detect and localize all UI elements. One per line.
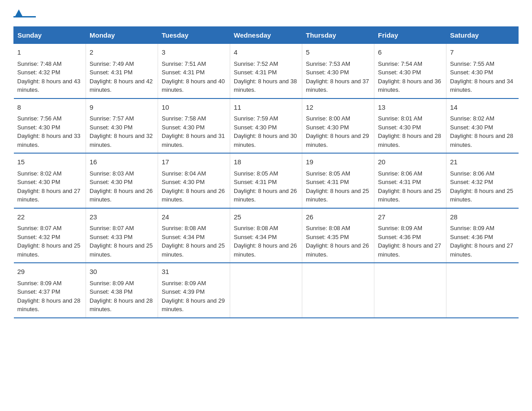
day-number: 21 (450, 157, 515, 167)
day-number: 10 (162, 103, 226, 113)
day-info: Sunrise: 8:06 AMSunset: 4:32 PMDaylight:… (450, 170, 513, 203)
table-row: 8Sunrise: 7:56 AMSunset: 4:30 PMDaylight… (14, 98, 86, 154)
table-row (230, 263, 302, 318)
table-row: 27Sunrise: 8:09 AMSunset: 4:36 PMDayligh… (374, 208, 446, 263)
day-number: 18 (234, 157, 298, 167)
table-row: 13Sunrise: 8:01 AMSunset: 4:30 PMDayligh… (374, 98, 446, 154)
col-thursday: Thursday (302, 27, 374, 44)
day-info: Sunrise: 8:00 AMSunset: 4:30 PMDaylight:… (306, 115, 369, 148)
table-row: 31Sunrise: 8:09 AMSunset: 4:39 PMDayligh… (158, 263, 230, 318)
day-number: 7 (450, 47, 515, 58)
day-info: Sunrise: 7:48 AMSunset: 4:32 PMDaylight:… (17, 60, 81, 94)
col-wednesday: Wednesday (230, 27, 302, 44)
day-number: 13 (378, 103, 442, 113)
day-info: Sunrise: 7:56 AMSunset: 4:30 PMDaylight:… (17, 115, 81, 148)
day-number: 12 (306, 103, 370, 113)
day-number: 31 (162, 267, 226, 277)
page-header (13, 9, 519, 17)
col-monday: Monday (86, 27, 158, 44)
day-number: 22 (17, 212, 82, 223)
table-row: 7Sunrise: 7:55 AMSunset: 4:30 PMDaylight… (446, 44, 519, 98)
day-info: Sunrise: 7:59 AMSunset: 4:30 PMDaylight:… (234, 115, 297, 148)
day-info: Sunrise: 7:49 AMSunset: 4:31 PMDaylight:… (90, 60, 153, 94)
day-info: Sunrise: 8:09 AMSunset: 4:39 PMDaylight:… (162, 280, 225, 313)
table-row: 23Sunrise: 8:07 AMSunset: 4:33 PMDayligh… (86, 208, 158, 263)
day-info: Sunrise: 7:52 AMSunset: 4:31 PMDaylight:… (234, 60, 297, 94)
table-row (302, 263, 374, 318)
day-info: Sunrise: 8:07 AMSunset: 4:32 PMDaylight:… (17, 225, 81, 258)
col-tuesday: Tuesday (158, 27, 230, 44)
day-number: 1 (17, 47, 82, 58)
table-row: 28Sunrise: 8:09 AMSunset: 4:36 PMDayligh… (446, 208, 519, 263)
day-number: 27 (378, 212, 442, 223)
table-row: 16Sunrise: 8:03 AMSunset: 4:30 PMDayligh… (86, 153, 158, 208)
day-info: Sunrise: 8:04 AMSunset: 4:30 PMDaylight:… (162, 170, 225, 203)
day-info: Sunrise: 8:08 AMSunset: 4:35 PMDaylight:… (306, 225, 369, 258)
logo (13, 9, 37, 17)
calendar-table: Sunday Monday Tuesday Wednesday Thursday… (13, 26, 519, 318)
day-number: 4 (234, 47, 298, 58)
col-sunday: Sunday (14, 27, 86, 44)
table-row: 11Sunrise: 7:59 AMSunset: 4:30 PMDayligh… (230, 98, 302, 154)
table-row: 20Sunrise: 8:06 AMSunset: 4:31 PMDayligh… (374, 153, 446, 208)
table-row: 9Sunrise: 7:57 AMSunset: 4:30 PMDaylight… (86, 98, 158, 154)
day-number: 16 (90, 157, 154, 167)
day-number: 23 (90, 212, 154, 223)
calendar-week-4: 22Sunrise: 8:07 AMSunset: 4:32 PMDayligh… (14, 208, 519, 263)
day-number: 11 (234, 103, 298, 113)
day-info: Sunrise: 8:09 AMSunset: 4:36 PMDaylight:… (378, 225, 441, 258)
col-saturday: Saturday (446, 27, 519, 44)
day-number: 24 (162, 212, 226, 223)
table-row: 26Sunrise: 8:08 AMSunset: 4:35 PMDayligh… (302, 208, 374, 263)
day-info: Sunrise: 7:53 AMSunset: 4:30 PMDaylight:… (306, 60, 369, 94)
day-info: Sunrise: 7:54 AMSunset: 4:30 PMDaylight:… (378, 60, 441, 94)
day-number: 3 (162, 47, 226, 58)
table-row: 22Sunrise: 8:07 AMSunset: 4:32 PMDayligh… (14, 208, 86, 263)
day-info: Sunrise: 8:01 AMSunset: 4:30 PMDaylight:… (378, 115, 441, 148)
table-row: 5Sunrise: 7:53 AMSunset: 4:30 PMDaylight… (302, 44, 374, 98)
table-row: 29Sunrise: 8:09 AMSunset: 4:37 PMDayligh… (14, 263, 86, 318)
day-number: 6 (378, 47, 442, 58)
table-row: 30Sunrise: 8:09 AMSunset: 4:38 PMDayligh… (86, 263, 158, 318)
day-info: Sunrise: 7:51 AMSunset: 4:31 PMDaylight:… (162, 60, 225, 94)
day-number: 26 (306, 212, 370, 223)
day-info: Sunrise: 8:09 AMSunset: 4:36 PMDaylight:… (450, 225, 513, 258)
table-row: 19Sunrise: 8:05 AMSunset: 4:31 PMDayligh… (302, 153, 374, 208)
table-row: 21Sunrise: 8:06 AMSunset: 4:32 PMDayligh… (446, 153, 519, 208)
calendar-week-5: 29Sunrise: 8:09 AMSunset: 4:37 PMDayligh… (14, 263, 519, 318)
day-number: 15 (17, 157, 82, 167)
table-row: 2Sunrise: 7:49 AMSunset: 4:31 PMDaylight… (86, 44, 158, 98)
day-number: 2 (90, 47, 154, 58)
table-row: 17Sunrise: 8:04 AMSunset: 4:30 PMDayligh… (158, 153, 230, 208)
col-friday: Friday (374, 27, 446, 44)
table-row: 1Sunrise: 7:48 AMSunset: 4:32 PMDaylight… (14, 44, 86, 98)
day-info: Sunrise: 8:03 AMSunset: 4:30 PMDaylight:… (90, 170, 153, 203)
day-info: Sunrise: 8:06 AMSunset: 4:31 PMDaylight:… (378, 170, 441, 203)
calendar-week-2: 8Sunrise: 7:56 AMSunset: 4:30 PMDaylight… (14, 98, 519, 154)
day-info: Sunrise: 8:02 AMSunset: 4:30 PMDaylight:… (17, 170, 81, 203)
day-number: 30 (90, 267, 154, 277)
table-row: 14Sunrise: 8:02 AMSunset: 4:30 PMDayligh… (446, 98, 519, 154)
day-info: Sunrise: 8:02 AMSunset: 4:30 PMDaylight:… (450, 115, 513, 148)
day-info: Sunrise: 8:05 AMSunset: 4:31 PMDaylight:… (306, 170, 369, 203)
day-number: 29 (17, 267, 82, 277)
day-number: 14 (450, 103, 515, 113)
table-row (374, 263, 446, 318)
day-number: 17 (162, 157, 226, 167)
day-number: 28 (450, 212, 515, 223)
table-row: 25Sunrise: 8:08 AMSunset: 4:34 PMDayligh… (230, 208, 302, 263)
day-number: 25 (234, 212, 298, 223)
calendar-week-1: 1Sunrise: 7:48 AMSunset: 4:32 PMDaylight… (14, 44, 519, 98)
day-number: 20 (378, 157, 442, 167)
day-number: 8 (17, 103, 82, 113)
day-info: Sunrise: 7:57 AMSunset: 4:30 PMDaylight:… (90, 115, 153, 148)
day-number: 5 (306, 47, 370, 58)
day-info: Sunrise: 8:09 AMSunset: 4:37 PMDaylight:… (17, 280, 81, 313)
calendar-week-3: 15Sunrise: 8:02 AMSunset: 4:30 PMDayligh… (14, 153, 519, 208)
day-number: 19 (306, 157, 370, 167)
day-info: Sunrise: 8:08 AMSunset: 4:34 PMDaylight:… (234, 225, 297, 258)
table-row: 12Sunrise: 8:00 AMSunset: 4:30 PMDayligh… (302, 98, 374, 154)
day-info: Sunrise: 7:55 AMSunset: 4:30 PMDaylight:… (450, 60, 513, 94)
header-row: Sunday Monday Tuesday Wednesday Thursday… (14, 27, 519, 44)
table-row: 24Sunrise: 8:08 AMSunset: 4:34 PMDayligh… (158, 208, 230, 263)
